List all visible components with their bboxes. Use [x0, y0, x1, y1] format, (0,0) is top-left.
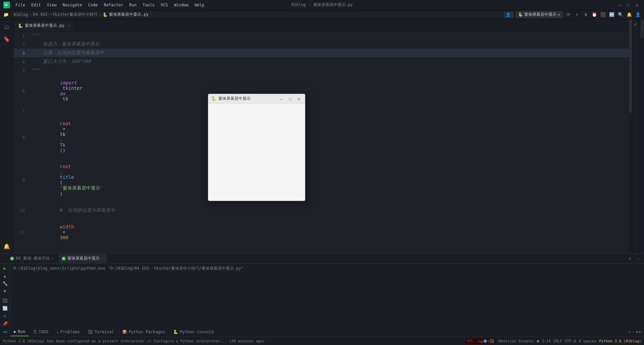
sidebar-icon-bookmark[interactable]: 🔖 [1, 33, 12, 45]
run-tab-1-close[interactable]: ✕ [51, 256, 54, 261]
run-tab-2-close[interactable]: ✕ [101, 256, 104, 261]
toolbar-right: 👤 🐍 窗体屏幕居中显示 ▾ ⟳ ⬆ ⏸ ⏰ ⬛ 🔤 🔍 🔔 👤 [503, 11, 641, 18]
line-num-4: 4 [13, 59, 30, 64]
line-content-3: 位置：出现的位置为屏幕居中 [30, 50, 629, 56]
run-minimize-btn[interactable]: — [635, 255, 641, 262]
line-content-4: 窗口大小为：300*300 [30, 59, 629, 65]
window-title: 01blog - 窗体屏幕居中显示.py [291, 2, 353, 8]
menu-file[interactable]: File [13, 2, 28, 8]
line-content-5: """ [30, 68, 629, 73]
status-right: S中。,⊙▲🔷⚙⬛ Material Oceanic ● 3:14 CRLF U… [465, 338, 641, 344]
profile-button[interactable]: 👤 [503, 11, 514, 18]
title-bar: ▶ File Edit View Navigate Code Refactor … [0, 0, 644, 10]
breadcrumb-file[interactable]: 窗体屏幕居中显示.py [109, 12, 149, 17]
menu-navigate[interactable]: Navigate [60, 2, 85, 8]
build-btn[interactable]: ⬆ [574, 11, 580, 18]
run-config-dropdown[interactable]: 🐍 窗体屏幕居中显示 ▾ [516, 11, 563, 18]
run-wrench-icon[interactable]: 🔧 [1, 280, 9, 287]
datasaver-label: DataSaver [640, 19, 644, 40]
menu-edit[interactable]: Edit [29, 2, 44, 8]
menu-code[interactable]: Code [86, 2, 101, 8]
file-tab-main[interactable]: 🐍 窗体屏幕居中显示.py ✕ [13, 21, 74, 31]
search-everywhere-btn[interactable]: 🔍 [617, 11, 624, 18]
run-up-icon[interactable]: ▲ [1, 273, 9, 279]
float-maximize[interactable]: ☐ [287, 95, 293, 102]
todo-tab-label: TODO [39, 330, 48, 334]
menu-view[interactable]: View [44, 2, 59, 8]
run-panel-controls: ⚙ — [627, 255, 641, 262]
line-content-2: 标题为：窗体屏幕居中显示 [30, 41, 629, 47]
menu-refactor[interactable]: Refactor [101, 2, 126, 8]
notification-btn[interactable]: 🔔 [626, 11, 633, 18]
run-rerun-icon[interactable]: 🔄 [1, 305, 9, 312]
run-btn-toolbar[interactable]: ⏰ [591, 11, 598, 18]
code-line-6: 6 import tkinter as tk [13, 75, 629, 107]
menu-window[interactable]: Window [171, 2, 191, 8]
breadcrumb-root[interactable]: 01blog [13, 12, 28, 17]
code-editor[interactable]: 1 """ 2 标题为：窗体屏幕居中显示 3 位置：出现的位置为屏幕居中 4 窗… [13, 31, 629, 253]
refresh-btn[interactable]: ⟳ [565, 11, 572, 18]
line-content-1: """ [30, 33, 629, 38]
app-logo: ▶ [3, 2, 10, 8]
code-line-1: 1 """ [13, 31, 629, 40]
fav-icon-4[interactable]: ▶ [639, 330, 641, 334]
close-button[interactable]: ✕ [633, 1, 641, 9]
menu-help[interactable]: Help [192, 2, 207, 8]
window-controls[interactable]: — ☐ ✕ [616, 1, 641, 9]
avatar-btn[interactable]: 👤 [635, 11, 641, 18]
translate-btn[interactable]: 🔤 [608, 11, 615, 18]
maximize-button[interactable]: ☐ [625, 1, 632, 9]
tab-python-console[interactable]: 🐍 Python Console [170, 328, 217, 336]
menu-run[interactable]: Run [126, 2, 139, 8]
tab-problems[interactable]: ⚠ Problems [53, 328, 83, 336]
file-tab-icon: 🐍 [18, 23, 23, 28]
run-command-text: D:\01blog\blog_venv\Scripts\python.exe "… [13, 266, 641, 271]
run-left-icons: ▶ ▲ 🔧 ▼ ⬛ 🔄 ✕ 📌 [0, 264, 10, 327]
stop-btn[interactable]: ⬛ [600, 11, 606, 18]
tab-todo[interactable]: ☰ TODO [30, 328, 52, 336]
status-dot: ● [537, 339, 539, 343]
run-pin-icon[interactable]: 📌 [1, 321, 9, 327]
run-settings-btn[interactable]: ⚙ [627, 255, 633, 262]
sidebar-icon-project[interactable]: 🗂 [1, 21, 12, 32]
run-close-icon[interactable]: ✕ [1, 313, 9, 319]
float-close[interactable]: ✕ [296, 95, 302, 102]
line-num-11: 11 [13, 230, 30, 235]
tab-python-packages[interactable]: 📦 Python Packages [119, 328, 168, 336]
fav-icon-1[interactable]: ≡ [629, 330, 631, 334]
todo-tab-icon: ☰ [33, 330, 37, 334]
menu-tools[interactable]: Tools [140, 2, 157, 8]
expand-right-icon[interactable]: ▶ [6, 330, 8, 334]
tab-terminal[interactable]: ⬛ Terminal [85, 328, 117, 336]
fav-icon-2[interactable]: ☆ [632, 330, 634, 334]
line-sep: CRLF [553, 339, 562, 343]
editor-scrollbar[interactable] [629, 19, 632, 253]
line-num-10: 10 [13, 208, 30, 213]
title-bar-left: ▶ File Edit View Navigate Code Refactor … [3, 2, 207, 8]
menu-vcs[interactable]: VCS [158, 2, 171, 8]
project-toggle[interactable]: 📁 [3, 11, 9, 18]
run-tab-2-icon: ▶ [62, 257, 66, 261]
menu-bar[interactable]: File Edit View Navigate Code Refactor Ru… [13, 2, 207, 8]
float-window[interactable]: 🐍 窗体屏幕居中显示 — ☐ ✕ [208, 94, 305, 201]
file-tab-close[interactable]: ✕ [68, 23, 70, 28]
debug-btn[interactable]: ⏸ [582, 11, 589, 18]
checkmark-icon[interactable]: ✓ [634, 21, 638, 27]
expand-left-icon[interactable]: ◀ [3, 330, 5, 334]
sidebar-icon-notifications[interactable]: 🔔 [1, 240, 12, 252]
run-tab-1[interactable]: ▶ 04 案例-窗体方法 ✕ [7, 254, 57, 263]
run-play-icon[interactable]: ▶ [1, 265, 9, 271]
fav-icon-3[interactable]: ◀ [636, 330, 638, 334]
status-left: Python 3.8 (01blog) has been configured … [3, 339, 461, 343]
right-icon-sidebar: ✓ [632, 19, 639, 253]
line-num-7: 7 [13, 109, 30, 114]
run-down-icon[interactable]: ▼ [1, 288, 9, 294]
breadcrumb-folder[interactable]: 04 GUI--tkinter窗体居中小技巧 [33, 12, 98, 17]
run-tab-2[interactable]: ▶ 窗体屏幕居中显示 ✕ [58, 254, 107, 263]
float-minimize[interactable]: — [278, 95, 285, 102]
tab-run[interactable]: ▶ Run [10, 328, 29, 336]
status-message: Python 3.8 (01blog) has been configured … [3, 339, 265, 343]
minimize-button[interactable]: — [616, 1, 623, 9]
file-tabs: 🐍 窗体屏幕居中显示.py ✕ [13, 19, 629, 31]
run-stop-icon[interactable]: ⬛ [1, 297, 9, 304]
